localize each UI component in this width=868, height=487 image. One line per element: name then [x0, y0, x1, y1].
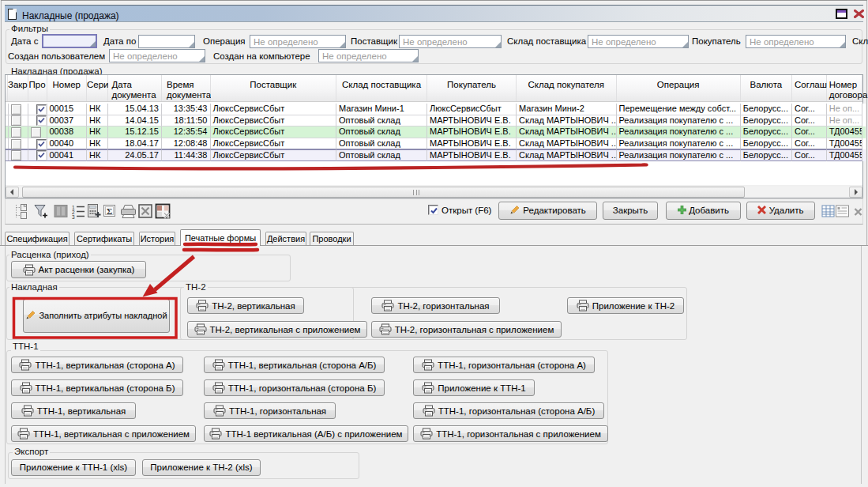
- svg-text:Σ: Σ: [107, 206, 112, 216]
- svg-text:3: 3: [72, 214, 75, 220]
